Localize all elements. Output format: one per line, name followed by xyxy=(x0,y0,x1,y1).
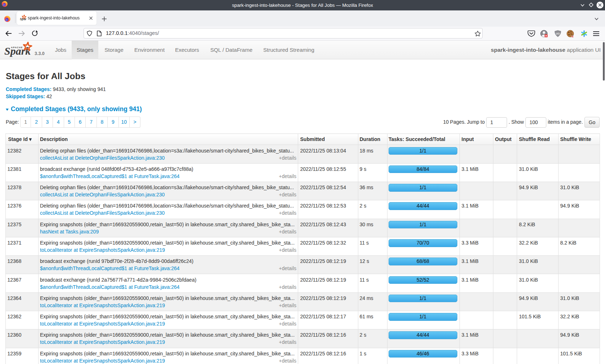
svg-text:Spark: Spark xyxy=(4,45,31,57)
svg-text:Spark: Spark xyxy=(20,17,26,21)
svg-text:UO: UO xyxy=(556,32,560,35)
svg-text:3.3.0: 3.3.0 xyxy=(35,51,45,56)
